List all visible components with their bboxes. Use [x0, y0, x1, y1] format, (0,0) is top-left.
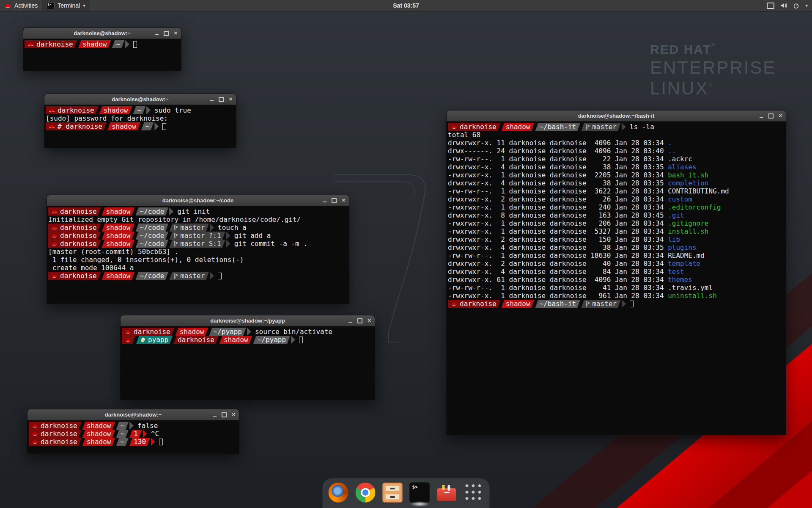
segment-text: ~/code [140, 224, 165, 232]
file-list-row: drwxrwxr-x. 4 darknoise darknoise 38 Jan… [448, 179, 785, 187]
segment-text: shadow [506, 300, 530, 308]
prompt-line: darknoiseshadow~/bash-itmaster [448, 300, 785, 308]
segment-text: master [180, 224, 205, 232]
prompt-arrow [210, 272, 214, 280]
minimize-button[interactable] [155, 32, 159, 35]
prompt-segment-exit: 1 [129, 430, 142, 438]
output-line: create mode 100644 a [48, 264, 348, 272]
prompt-segment-user: darknoise [48, 224, 101, 232]
window-titlebar[interactable]: darknoise@shadow:~/bash-it✕ [447, 110, 786, 121]
segment-text: ~ [116, 40, 121, 48]
branding-linux: LINUX® [650, 80, 776, 97]
terminal-cursor [133, 41, 137, 48]
prompt-line: darknoiseshadow~/pyappsource bin/activat… [122, 328, 374, 336]
segment-text: darknoise [60, 232, 97, 240]
terminal-window-win3[interactable]: darknoise@shadow:~/code✕darknoiseshadow~… [47, 195, 349, 304]
clock[interactable]: Sat 03:57 [393, 2, 419, 9]
toolbox-dock-icon[interactable] [437, 483, 457, 502]
minimize-button[interactable] [210, 98, 214, 101]
close-button[interactable]: ✕ [232, 412, 236, 417]
chevron-down-icon: ▾ [83, 3, 85, 8]
terminal-body[interactable]: darknoiseshadow~/pyappsource bin/activat… [121, 326, 375, 344]
show-apps-dock-icon[interactable] [465, 483, 483, 502]
minimize-button[interactable] [213, 413, 217, 417]
maximize-button[interactable] [332, 198, 337, 203]
files-dock-icon[interactable] [383, 483, 403, 502]
segment-text: shadow [87, 422, 111, 430]
output-text: Initialized empty Git repository in /hom… [48, 215, 301, 224]
window-title: darknoise@shadow:~/bash-it [578, 113, 655, 119]
minimize-button[interactable] [760, 114, 763, 118]
app-menu-terminal[interactable]: $> Terminal ▾ [42, 0, 89, 11]
close-button[interactable]: ✕ [174, 31, 178, 36]
firefox-dock-icon[interactable] [329, 483, 348, 502]
terminal-window-win1[interactable]: darknoise@shadow:~✕darknoiseshadow~ [23, 28, 181, 71]
maximize-button[interactable] [357, 318, 362, 323]
minimize-button[interactable] [348, 319, 352, 323]
window-buttons: ✕ [348, 315, 371, 326]
terminal-body[interactable]: darknoiseshadow~ [23, 39, 181, 48]
segment-text: darknoise [460, 300, 497, 308]
maximize-button[interactable] [219, 97, 224, 102]
window-titlebar[interactable]: darknoise@shadow:~✕ [27, 409, 239, 420]
file-attributes: drwxrwxr-x. 4 darknoise darknoise 38 Jan… [448, 179, 668, 187]
terminal-body[interactable]: darknoiseshadow~falsedarknoiseshadow~1^C… [27, 420, 239, 446]
file-attributes: drwx------. 24 darknoise darknoise 4096 … [448, 147, 668, 155]
terminal-window-win5[interactable]: darknoise@shadow:~✕darknoiseshadow~false… [27, 409, 239, 454]
chrome-dock-icon[interactable] [356, 483, 376, 502]
window-buttons: ✕ [155, 28, 178, 39]
terminal-body[interactable]: darknoiseshadow~sudo true[sudo] password… [44, 105, 236, 130]
maximize-button[interactable] [164, 31, 169, 36]
window-titlebar[interactable]: darknoise@shadow:~/pyapp✕ [121, 315, 375, 326]
close-button[interactable]: ✕ [368, 318, 371, 323]
window-titlebar[interactable]: darknoise@shadow:~✕ [23, 28, 181, 39]
prompt-line: darknoiseshadow~130 [29, 438, 238, 446]
maximize-button[interactable] [768, 113, 774, 119]
segment-text: shadow [106, 207, 131, 215]
prompt-arrow [129, 422, 134, 430]
output-line: [sudo] password for darknoise: [46, 114, 235, 122]
prompt-line: darknoiseshadow~/codemaster S:1git commi… [48, 240, 348, 248]
file-list-row: -rwxrwxr-x. 1 darknoise darknoise 206 Ja… [448, 219, 785, 227]
prompt-arrow [143, 430, 147, 438]
terminal-body[interactable]: darknoiseshadow~/codegit initInitialized… [47, 206, 349, 280]
segment-text: darknoise [460, 123, 497, 131]
terminal-window-win4[interactable]: darknoise@shadow:~/pyapp✕darknoiseshadow… [120, 315, 375, 400]
system-status-area[interactable]: ▾ [767, 0, 809, 11]
file-list-row: drwxrwxr-x. 2 darknoise darknoise 150 Ja… [448, 235, 785, 243]
file-attributes: drwxrwxr-x. 2 darknoise darknoise 150 Ja… [448, 235, 668, 243]
segment-text: master [592, 300, 617, 308]
segment-text: shadow [224, 336, 248, 344]
prompt-segment-host: shadow [78, 40, 111, 48]
terminal-dock-icon[interactable]: $> [410, 483, 430, 502]
prompt-line: darknoiseshadow~/codemaster ?:1git add a [48, 232, 348, 240]
file-name: .editorconfig [668, 203, 721, 211]
prompt-segment-path: ~/code [136, 240, 169, 248]
file-name: install.sh [668, 227, 708, 235]
terminal-window-win2[interactable]: darknoise@shadow:~✕darknoiseshadow~sudo … [44, 94, 236, 148]
close-button[interactable]: ✕ [779, 113, 782, 118]
file-attributes: -rwxrwxr-x. 1 darknoise darknoise 240 Ja… [448, 203, 668, 211]
segment-text: shadow [112, 122, 136, 130]
close-button[interactable]: ✕ [229, 97, 233, 102]
close-button[interactable]: ✕ [342, 198, 346, 203]
maximize-button[interactable] [222, 412, 227, 417]
file-attributes: drwxrwxr-x. 4 darknoise darknoise 38 Jan… [448, 163, 668, 171]
window-titlebar[interactable]: darknoise@shadow:~✕ [44, 94, 236, 105]
segment-text: shadow [87, 430, 111, 438]
prompt-segment-path: ~/bash-it [535, 300, 581, 308]
activities-button[interactable]: Activities [0, 0, 42, 11]
prompt-segment-host: shadow [102, 272, 135, 280]
prompt-line: pyappdarknoiseshadow~/pyapp [122, 336, 374, 344]
terminal-window-win6[interactable]: darknoise@shadow:~/bash-it✕darknoiseshad… [446, 110, 786, 435]
window-buttons: ✕ [323, 195, 346, 206]
segment-text: ~/code [140, 207, 165, 215]
redhat-fedora-icon [51, 233, 58, 238]
minimize-button[interactable] [323, 199, 326, 202]
window-titlebar[interactable]: darknoise@shadow:~/code✕ [47, 195, 349, 206]
file-list-row: drwxrwxr-x. 2 darknoise darknoise 40 Jan… [448, 260, 785, 268]
command-text: ^C [151, 430, 159, 438]
prompt-segment-git: master [581, 300, 621, 308]
terminal-body[interactable]: darknoiseshadow~/bash-itmasterls -latota… [447, 121, 786, 308]
file-name: themes [668, 276, 692, 284]
